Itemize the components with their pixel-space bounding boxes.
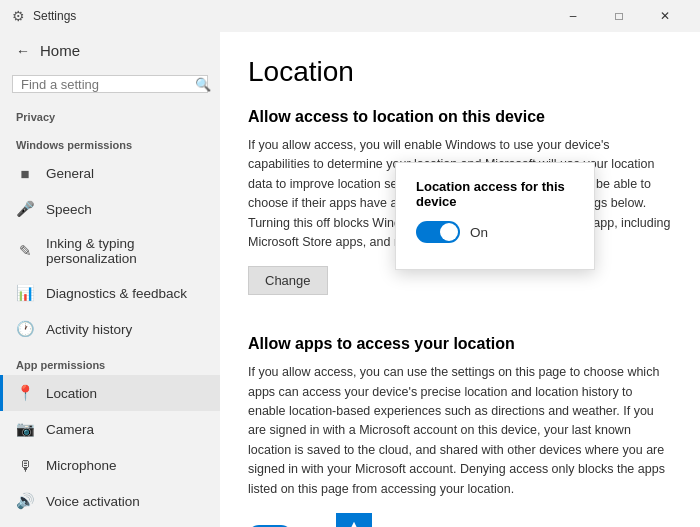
sidebar-item-microphone[interactable]: 🎙 Microphone — [0, 447, 220, 483]
app-body: ← Home 🔍 Privacy Windows permissions ■ G… — [0, 32, 700, 527]
sidebar-item-inking[interactable]: ✎ Inking & typing personalization — [0, 227, 220, 275]
sidebar-back-button[interactable]: ← Home — [0, 32, 220, 69]
camera-icon: 📷 — [16, 420, 34, 438]
title-bar-left: ⚙ Settings — [12, 8, 76, 24]
location-icon: 📍 — [16, 384, 34, 402]
sidebar-item-activity-label: Activity history — [46, 322, 132, 337]
sidebar-item-inking-label: Inking & typing personalization — [46, 236, 204, 266]
title-bar: ⚙ Settings – □ ✕ — [0, 0, 700, 32]
voice-icon: 🔊 — [16, 492, 34, 510]
section1-title: Allow access to location on this device — [248, 108, 672, 126]
back-icon: ← — [16, 43, 30, 59]
diagnostics-icon: 📊 — [16, 284, 34, 302]
change-button[interactable]: Change — [248, 266, 328, 295]
page-title: Location — [248, 56, 672, 88]
section2-toggle-area: On — [248, 513, 672, 527]
popup-toggle-label: On — [470, 225, 488, 240]
sidebar-item-general[interactable]: ■ General — [0, 155, 220, 191]
app-permissions-label: App permissions — [0, 347, 220, 375]
general-icon: ■ — [16, 164, 34, 182]
section2-desc: If you allow access, you can use the set… — [248, 363, 672, 499]
sidebar-back-label: Home — [40, 42, 80, 59]
speech-icon: 🎤 — [16, 200, 34, 218]
sidebar-item-diagnostics-label: Diagnostics & feedback — [46, 286, 187, 301]
sidebar-item-voice[interactable]: 🔊 Voice activation — [0, 483, 220, 519]
sidebar-item-activity[interactable]: 🕐 Activity history — [0, 311, 220, 347]
sidebar-item-location-label: Location — [46, 386, 97, 401]
close-button[interactable]: ✕ — [642, 0, 688, 32]
sidebar-item-speech-label: Speech — [46, 202, 92, 217]
minimize-button[interactable]: – — [550, 0, 596, 32]
sidebar-item-microphone-label: Microphone — [46, 458, 117, 473]
sidebar-item-camera-label: Camera — [46, 422, 94, 437]
windows-permissions-label: Windows permissions — [0, 127, 220, 155]
activity-icon: 🕐 — [16, 320, 34, 338]
main-content: Location Allow access to location on thi… — [220, 32, 700, 527]
search-box[interactable]: 🔍 — [12, 75, 208, 93]
location-popup: Location access for this device On — [395, 162, 595, 270]
section2-title: Allow apps to access your location — [248, 335, 672, 353]
title-bar-title: Settings — [33, 9, 76, 23]
search-input[interactable] — [21, 77, 189, 92]
search-icon: 🔍 — [195, 77, 211, 92]
popup-title: Location access for this device — [416, 179, 574, 209]
sidebar: ← Home 🔍 Privacy Windows permissions ■ G… — [0, 32, 220, 527]
popup-toggle[interactable] — [416, 221, 460, 243]
popup-toggle-row: On — [416, 221, 574, 243]
privacy-label: Privacy — [0, 99, 220, 127]
sidebar-item-location[interactable]: 📍 Location — [0, 375, 220, 411]
inking-icon: ✎ — [16, 242, 34, 260]
sidebar-item-general-label: General — [46, 166, 94, 181]
sidebar-item-diagnostics[interactable]: 📊 Diagnostics & feedback — [0, 275, 220, 311]
title-bar-controls: – □ ✕ — [550, 0, 688, 32]
maximize-button[interactable]: □ — [596, 0, 642, 32]
sidebar-item-voice-label: Voice activation — [46, 494, 140, 509]
sidebar-item-speech[interactable]: 🎤 Speech — [0, 191, 220, 227]
microphone-icon: 🎙 — [16, 456, 34, 474]
settings-icon: ⚙ — [12, 8, 25, 24]
location-app-icon — [336, 513, 372, 527]
sidebar-item-camera[interactable]: 📷 Camera — [0, 411, 220, 447]
